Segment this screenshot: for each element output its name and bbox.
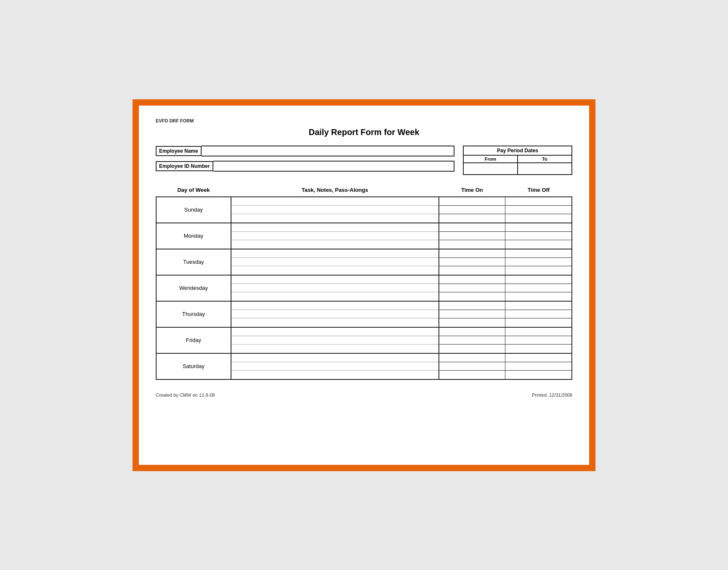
tasks-cell-friday[interactable] [231,327,439,353]
timeoff-cell-saturday[interactable] [505,353,572,379]
tasks-cell-monday[interactable] [231,223,439,249]
timeoff-cell-wendesday[interactable] [505,275,572,301]
timeoff-cell-sunday[interactable] [505,197,572,223]
timeon-cell-sunday[interactable] [439,197,505,223]
employee-name-input[interactable] [202,146,454,156]
table-row: Monday [156,223,572,249]
inner-border: EVFD DRF FORM Daily Report Form for Week… [138,104,590,466]
header-day: Day of Week [156,183,231,197]
tasks-cell-wendesday[interactable] [231,275,439,301]
table-row: Saturday [156,353,572,379]
pay-period-to-input[interactable] [518,163,571,174]
table-row: Tuesday [156,249,572,275]
timeon-cell-tuesday[interactable] [439,249,505,275]
outer-border: EVFD DRF FORM Daily Report Form for Week… [133,99,595,471]
pay-period-to-label: To [518,156,571,163]
table-row: Sunday [156,197,572,223]
pay-period-from-label: From [464,156,518,163]
table-row: Thursday [156,301,572,327]
day-cell-saturday: Saturday [156,353,231,379]
pay-period-title: Pay Period Dates [464,146,571,156]
header-tasks: Task, Notes, Pass-Alongs [231,183,439,197]
pay-period-inputs [464,163,571,174]
employee-id-input[interactable] [213,161,454,172]
timeon-cell-monday[interactable] [439,223,505,249]
day-cell-sunday: Sunday [156,197,231,223]
tasks-cell-saturday[interactable] [231,353,439,379]
footer: Created by CMW on 12-9-08 Printed: 12/31… [156,392,572,398]
timeon-cell-thursday[interactable] [439,301,505,327]
timeoff-cell-monday[interactable] [505,223,572,249]
timeon-cell-friday[interactable] [439,327,505,353]
header-timeoff: Time Off [505,183,572,197]
day-cell-monday: Monday [156,223,231,249]
tasks-cell-sunday[interactable] [231,197,439,223]
day-cell-friday: Friday [156,327,231,353]
timeoff-cell-tuesday[interactable] [505,249,572,275]
employee-name-label: Employee Name [156,146,202,156]
employee-name-row: Employee Name [156,146,454,156]
watermark-label: EVFD DRF FORM [156,118,572,123]
page-title: Daily Report Form for Week [156,127,572,137]
pay-period-labels: From To [464,156,571,163]
footer-right: Printed: 12/31/2008 [532,392,572,398]
top-fields: Employee Name Employee ID Number Pay Per… [156,146,572,175]
employee-fields: Employee Name Employee ID Number [156,146,454,172]
tasks-cell-thursday[interactable] [231,301,439,327]
timeon-cell-wendesday[interactable] [439,275,505,301]
timeoff-cell-friday[interactable] [505,327,572,353]
table-row: Friday [156,327,572,353]
day-cell-tuesday: Tuesday [156,249,231,275]
employee-id-row: Employee ID Number [156,161,454,172]
pay-period-from-input[interactable] [464,163,518,174]
day-cell-wendesday: Wendesday [156,275,231,301]
header-timeon: Time On [439,183,505,197]
day-cell-thursday: Thursday [156,301,231,327]
timeon-cell-saturday[interactable] [439,353,505,379]
footer-left: Created by CMW on 12-9-08 [156,392,215,398]
tasks-cell-tuesday[interactable] [231,249,439,275]
table-header-row: Day of Week Task, Notes, Pass-Alongs Tim… [156,183,572,197]
pay-period-section: Pay Period Dates From To [463,146,572,175]
timeoff-cell-thursday[interactable] [505,301,572,327]
employee-id-label: Employee ID Number [156,161,213,171]
table-row: Wendesday [156,275,572,301]
week-table: Day of Week Task, Notes, Pass-Alongs Tim… [156,183,572,380]
